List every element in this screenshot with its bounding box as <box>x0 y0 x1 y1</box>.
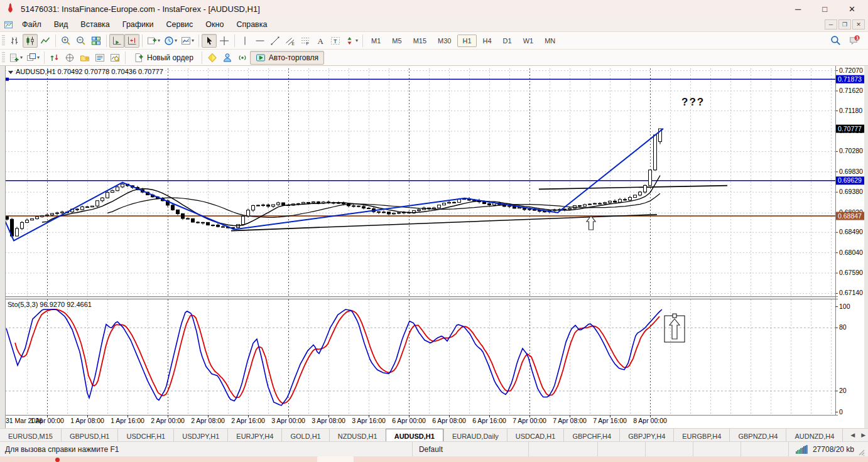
svg-text:1: 1 <box>856 35 859 41</box>
toolbar-grip[interactable] <box>2 35 5 46</box>
menu-item-вид[interactable]: Вид <box>48 19 75 30</box>
timeframe-m5-button[interactable]: M5 <box>387 35 406 47</box>
candlestick-chart-button[interactable] <box>23 34 38 48</box>
chart-tab-usdchf-h1[interactable]: USDCHF,H1 <box>117 429 173 441</box>
menu-item-вставка[interactable]: Вставка <box>74 19 116 30</box>
channel-button[interactable]: E <box>283 34 298 48</box>
chart-tab-eurgbp-h4[interactable]: EURGBP,H4 <box>673 429 729 441</box>
zoom-out-button[interactable] <box>73 34 89 48</box>
mdi-restore-button[interactable]: ❐ <box>838 19 851 30</box>
arrows-button[interactable]: ▾ <box>343 34 360 48</box>
search-button[interactable] <box>828 34 843 48</box>
chart-tab-eurusd-m15[interactable]: EURUSD,M15 <box>0 429 61 441</box>
label-button[interactable]: T <box>328 34 343 48</box>
chart-tab-gbpnzd-h4[interactable]: GBPNZD,H4 <box>729 429 786 441</box>
auto-scroll-icon <box>112 36 122 46</box>
status-help-text: Для вызова справки нажмите F1 <box>0 445 412 454</box>
data-window-button[interactable] <box>62 51 77 65</box>
menu-item-файл[interactable]: Файл <box>16 19 48 30</box>
horizontal-line-button[interactable] <box>252 34 268 48</box>
auto-trading-button[interactable]: Авто-торговля <box>250 51 324 65</box>
profiles-button[interactable]: ▾ <box>24 51 41 65</box>
experts-button[interactable] <box>220 51 235 65</box>
market-watch-icon <box>50 53 60 63</box>
instaforex-logo-icon <box>5 3 16 13</box>
mdi-close-button[interactable]: ✕ <box>852 19 865 30</box>
chart-tab-gold-h1[interactable]: GOLD,H1 <box>281 429 328 441</box>
resize-grip[interactable] <box>858 449 865 456</box>
zoom-in-button[interactable] <box>58 34 73 48</box>
signals-button[interactable] <box>235 51 250 65</box>
timeframe-d1-button[interactable]: D1 <box>498 35 517 47</box>
trendline-button[interactable] <box>268 34 283 48</box>
hline-anchor-handle[interactable] <box>6 78 9 81</box>
chart-tab-usdjpy-h1[interactable]: USDJPY,H1 <box>173 429 227 441</box>
tabs-scroll-right-button[interactable]: ▶ <box>861 432 865 438</box>
chart-tab-usdcad-h1[interactable]: USDCAD,H1 <box>507 429 564 441</box>
chart-shift-button[interactable] <box>124 34 139 48</box>
status-cell <box>693 442 741 456</box>
menu-item-графики[interactable]: Графики <box>116 19 160 30</box>
chart-tab-euraud-daily[interactable]: EURAUD,Daily <box>443 429 507 441</box>
notifications-button[interactable]: 1 <box>847 34 862 48</box>
tile-windows-button[interactable] <box>89 34 104 48</box>
line-chart-button[interactable] <box>38 34 53 48</box>
time-axis-label: 2 Apr 08:00 <box>191 417 225 424</box>
time-axis-label: 7 Apr 08:00 <box>553 417 587 424</box>
timeframe-w1-button[interactable]: W1 <box>518 35 539 47</box>
close-button[interactable]: ✕ <box>849 4 855 14</box>
chart-tab-audnzd-h4[interactable]: AUDNZD,H4 <box>786 429 842 441</box>
time-axis-label: 3 Apr 00:00 <box>271 417 305 424</box>
chart-tab-audusd-h1[interactable]: AUDUSD,H1 <box>386 429 443 441</box>
new-chart-button[interactable]: ▾ <box>8 51 24 65</box>
chart-tab-eurjpy-h4[interactable]: EURJPY,H4 <box>227 429 281 441</box>
chart-window-icon[interactable] <box>4 20 13 30</box>
auto-scroll-button[interactable] <box>109 34 124 48</box>
fibonacci-button[interactable]: F <box>298 34 313 48</box>
timeframe-m15-button[interactable]: M15 <box>408 35 431 47</box>
pane-splitter[interactable] <box>5 297 835 299</box>
market-watch-button[interactable] <box>47 51 62 65</box>
templates-button[interactable]: ▾ <box>179 34 196 48</box>
chart-tab-gbpchf-h4[interactable]: GBPCHF,H4 <box>563 429 619 441</box>
selection-handle[interactable] <box>673 314 676 318</box>
chart-header-ohlc: AUDUSD,H1 0.70492 0.70778 0.70436 0.7077… <box>16 68 163 75</box>
timeframe-m1-button[interactable]: M1 <box>366 35 386 47</box>
menu-item-окно[interactable]: Окно <box>199 19 230 30</box>
maximize-button[interactable]: □ <box>822 4 827 14</box>
toolbar-grip[interactable] <box>2 52 5 63</box>
cursor-button[interactable] <box>202 34 217 48</box>
bar-chart-button[interactable] <box>8 34 23 48</box>
price-tick-label: 0.68490 <box>839 228 863 235</box>
text-button[interactable]: A <box>313 34 328 48</box>
crosshair-button[interactable] <box>217 34 232 48</box>
metaeditor-button[interactable] <box>205 51 220 65</box>
chart-canvas[interactable]: 0.720700.716200.711800.707300.702800.698… <box>5 66 864 428</box>
data-window-icon <box>65 53 75 63</box>
chart-tab-gbpusd-h1[interactable]: GBPUSD,H1 <box>61 429 118 441</box>
new-order-button[interactable]: Новый ордер <box>128 51 199 65</box>
navigator-button[interactable] <box>77 51 92 65</box>
standard-toolbar: ▾▾▾EFAT▾ M1M5M15M30H1H4D1W1MN 1 <box>0 32 868 50</box>
timeframe-h1-button[interactable]: H1 <box>457 35 476 47</box>
price-level-badge-label: 0.71873 <box>838 75 862 83</box>
mdi-window-controls: ─ ❐ ✕ <box>825 19 868 30</box>
mdi-minimize-button[interactable]: ─ <box>825 19 837 30</box>
chart-tab-nzdusd-h1[interactable]: NZDUSD,H1 <box>329 429 386 441</box>
periods-button[interactable]: ▾ <box>162 34 179 48</box>
tabs-scroll-left-button[interactable]: ◀ <box>850 432 855 438</box>
menu-item-справка[interactable]: Справка <box>230 19 273 30</box>
terminal-button[interactable] <box>92 51 107 65</box>
vertical-line-button[interactable] <box>237 34 252 48</box>
timeframe-h4-button[interactable]: H4 <box>478 35 497 47</box>
new-order-label: Новый ордер <box>147 53 193 62</box>
timeframe-mn-button[interactable]: MN <box>540 35 560 47</box>
indicators-button[interactable]: ▾ <box>145 34 162 48</box>
timeframe-m30-button[interactable]: M30 <box>433 35 456 47</box>
menu-item-сервис[interactable]: Сервис <box>160 19 200 30</box>
minimize-button[interactable]: ─ <box>795 4 801 14</box>
horizontal-line-icon <box>255 36 265 46</box>
chart-tab-gbpjpy-h4[interactable]: GBPJPY,H4 <box>619 429 673 441</box>
tester-button[interactable] <box>107 51 122 65</box>
traffic-label: 27708/20 kb <box>813 445 854 454</box>
